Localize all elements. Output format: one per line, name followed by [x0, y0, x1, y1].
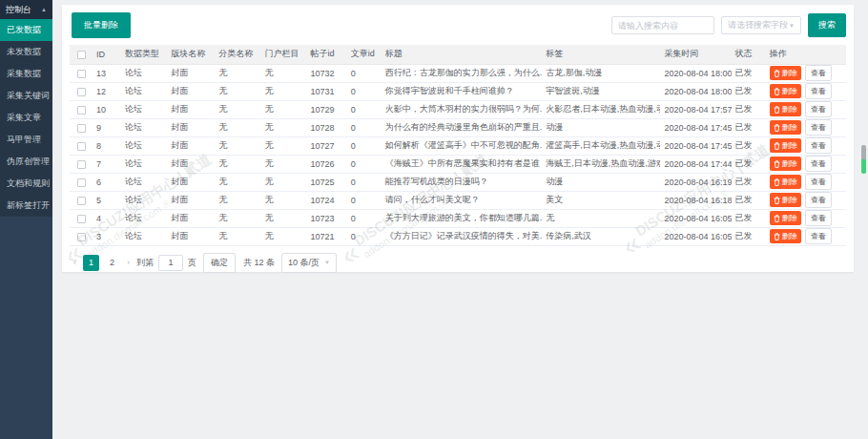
search-field-select[interactable]: 请选择搜索字段 ▼ — [721, 16, 801, 34]
delete-button[interactable]: 删除 — [770, 120, 801, 135]
sidebar-item-docs-and-rules[interactable]: 文档和规则 — [0, 173, 52, 195]
cell-post-id: 10732 — [307, 64, 347, 82]
delete-button[interactable]: 删除 — [770, 229, 801, 243]
delete-button[interactable]: 删除 — [770, 138, 801, 153]
row-checkbox[interactable] — [77, 197, 86, 205]
table-row: 12论坛封面无无107310你觉得宇智波斑和千手柱间谁帅？宇智波斑,动漫2020… — [70, 82, 846, 100]
cell-data-type: 论坛 — [121, 136, 167, 155]
select-all-checkbox[interactable] — [77, 51, 86, 59]
page-button-1[interactable]: 1 — [83, 255, 99, 271]
delete-button[interactable]: 删除 — [770, 102, 801, 116]
goto-page-input[interactable] — [158, 255, 183, 271]
cell-status: 已发 — [732, 173, 766, 191]
cell-post-id: 10721 — [307, 227, 347, 245]
vertical-scrollbar-thumb[interactable] — [861, 145, 866, 174]
cell-tags: 火影忍者,日本动漫,热血动漫,动漫 — [542, 100, 660, 118]
delete-label: 删除 — [782, 140, 797, 151]
cell-id: 8 — [93, 136, 121, 155]
row-checkbox[interactable] — [77, 160, 86, 169]
row-checkbox[interactable] — [77, 215, 86, 223]
cell-portal: 无 — [260, 173, 306, 191]
page-size-select[interactable]: 10 条/页 ▼ — [281, 253, 337, 273]
trash-icon — [774, 124, 780, 132]
page-button-2[interactable]: 2 — [104, 255, 120, 271]
cell-title: 《海贼王》中所有恶魔果实和持有者是谁？ — [382, 155, 542, 173]
view-button[interactable]: 查看 — [805, 228, 832, 244]
delete-button[interactable]: 删除 — [770, 157, 801, 171]
sidebar-item-pseudo-original[interactable]: 伪原创管理 — [0, 151, 52, 173]
row-checkbox[interactable] — [77, 233, 86, 241]
trash-icon — [774, 160, 780, 168]
cell-collect-time: 2020-08-04 16:18 — [660, 191, 731, 209]
cell-title: 西行纪：古龙那伽的实力那么强，为什么... — [382, 64, 542, 82]
delete-button[interactable]: 删除 — [770, 211, 801, 225]
cell-article-id: 0 — [347, 173, 382, 191]
search-input[interactable] — [611, 16, 714, 34]
trash-icon — [774, 142, 780, 150]
view-button[interactable]: 查看 — [805, 137, 832, 154]
sidebar-item-collected-data[interactable]: 采集数据 — [0, 63, 52, 85]
cell-post-id: 10723 — [307, 209, 347, 227]
cell-actions: 删除查看 — [766, 209, 846, 227]
cell-data-type: 论坛 — [121, 227, 167, 245]
cell-forum-name: 封面 — [167, 173, 215, 191]
row-checkbox[interactable] — [77, 106, 86, 115]
delete-button[interactable]: 删除 — [770, 66, 801, 80]
delete-button[interactable]: 删除 — [770, 175, 801, 189]
goto-confirm-button[interactable]: 确定 — [203, 253, 236, 273]
cell-checkbox — [70, 173, 93, 191]
collapse-up-icon[interactable]: ▲ — [41, 7, 47, 12]
cell-article-id: 0 — [347, 100, 382, 118]
delete-button[interactable]: 删除 — [770, 84, 801, 98]
view-button[interactable]: 查看 — [805, 174, 832, 190]
delete-button[interactable]: 删除 — [770, 193, 801, 207]
view-button[interactable]: 查看 — [805, 101, 832, 117]
view-button[interactable]: 查看 — [805, 83, 832, 99]
header-status: 状态 — [732, 45, 766, 64]
cell-data-type: 论坛 — [121, 155, 167, 173]
cell-status: 已发 — [732, 64, 766, 82]
view-button[interactable]: 查看 — [805, 210, 832, 226]
cell-category: 无 — [215, 209, 260, 227]
cell-portal: 无 — [260, 64, 306, 82]
cell-actions: 删除查看 — [766, 64, 846, 82]
cell-status: 已发 — [732, 82, 766, 100]
view-button[interactable]: 查看 — [805, 119, 832, 136]
sidebar-item-published-data[interactable]: 已发数据 — [0, 19, 52, 41]
header-data-type: 数据类型 — [121, 45, 167, 64]
cell-portal: 无 — [260, 191, 306, 209]
cell-status: 已发 — [732, 136, 766, 155]
search-button[interactable]: 搜索 — [808, 13, 846, 37]
row-checkbox[interactable] — [77, 142, 86, 151]
table-header: ID 数据类型 版块名称 分类名称 门户栏目 帖子id 文章id 标题 标签 采… — [70, 45, 846, 64]
cell-tags: 无 — [542, 209, 660, 227]
cell-checkbox — [70, 155, 93, 173]
sidebar-item-unpublished-data[interactable]: 未发数据 — [0, 41, 52, 63]
batch-delete-button[interactable]: 批量删除 — [72, 12, 131, 38]
view-button[interactable]: 查看 — [805, 192, 832, 208]
view-button[interactable]: 查看 — [805, 156, 832, 172]
prev-page-icon[interactable]: ‹ — [72, 258, 78, 267]
row-checkbox[interactable] — [77, 70, 86, 78]
cell-checkbox — [70, 227, 93, 245]
cell-article-id: 0 — [347, 82, 382, 100]
next-page-icon[interactable]: › — [125, 258, 132, 267]
cell-post-id: 10725 — [307, 173, 347, 191]
view-button[interactable]: 查看 — [805, 65, 832, 81]
row-checkbox[interactable] — [77, 124, 86, 133]
delete-label: 删除 — [782, 68, 797, 78]
cell-article-id: 0 — [347, 118, 382, 136]
row-checkbox[interactable] — [77, 88, 86, 96]
row-checkbox[interactable] — [77, 178, 86, 187]
cell-status: 已发 — [732, 227, 766, 245]
sidebar-header-console[interactable]: 控制台 ▲ — [0, 0, 52, 19]
cell-article-id: 0 — [347, 209, 382, 227]
sidebar-item-collect-keywords[interactable]: 采集关键词 — [0, 85, 52, 107]
sidebar-item-collect-articles[interactable]: 采集文章 — [0, 107, 52, 129]
cell-checkbox — [70, 191, 93, 209]
cell-portal: 无 — [260, 118, 306, 136]
cell-collect-time: 2020-08-04 18:00 — [660, 82, 731, 100]
sidebar-item-puppet-management[interactable]: 马甲管理 — [0, 129, 52, 151]
sidebar-item-open-new-tab[interactable]: 新标签打开 — [0, 195, 52, 217]
cell-id: 4 — [93, 209, 121, 227]
